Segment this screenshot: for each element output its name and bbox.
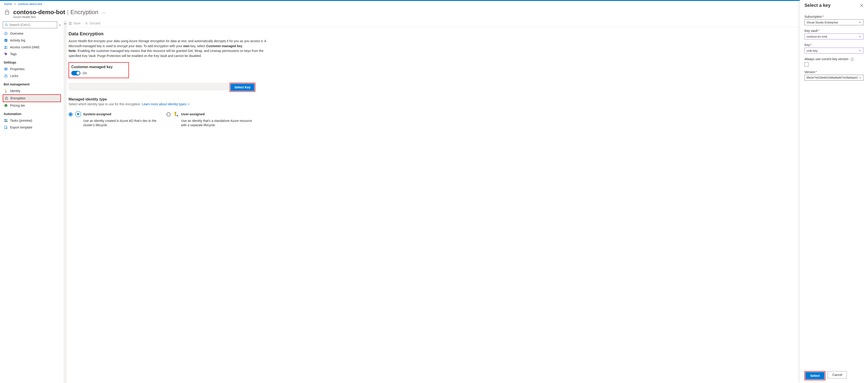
heart-icon (75, 111, 81, 117)
customer-managed-key-block: Customer-managed key On (68, 62, 129, 78)
sidebar-item-tags[interactable]: Tags (3, 51, 61, 57)
sidebar-item-activity-log[interactable]: Activity log (3, 37, 61, 44)
svg-point-8 (6, 46, 7, 47)
identity-option-system[interactable]: System-assigned Use an identity created … (68, 111, 157, 127)
svg-point-7 (5, 46, 6, 47)
keyvault-dropdown[interactable]: contoso-kv-cmk (804, 33, 863, 39)
collapse-sidebar-icon[interactable]: « (59, 23, 61, 27)
sidebar-item-label: Locks (10, 74, 19, 78)
always-current-checkbox[interactable] (804, 62, 809, 66)
key-uri-input[interactable] (68, 83, 228, 90)
svg-rect-22 (6, 119, 7, 120)
sidebar-item-label: Identity (10, 89, 20, 93)
option-title: System-assigned (83, 112, 111, 116)
info-icon[interactable]: i (851, 58, 854, 61)
discard-label: Discard (90, 22, 100, 25)
chevron-down-icon (859, 76, 861, 79)
identity-learn-more-link[interactable]: Learn more about identity types ↗ (142, 102, 189, 106)
main-content: Save Discard Data Encryption Azure Healt… (64, 20, 868, 383)
option-title: User-assigned (181, 112, 205, 116)
discard-button[interactable]: Discard (85, 22, 100, 25)
lock-icon (4, 8, 10, 16)
identity-option-user[interactable]: User-assigned Use an identity that's a s… (166, 111, 255, 127)
sidebar-item-access-control[interactable]: Access control (IAM) (3, 44, 61, 51)
sidebar-search[interactable] (3, 22, 57, 28)
resource-title: contoso-demo-bot (13, 9, 65, 16)
sidebar-item-label: Tags (10, 52, 17, 56)
sidebar-item-label: Properties (10, 67, 25, 71)
identity-heading: Managed identity type (68, 97, 271, 101)
svg-point-13 (5, 68, 6, 68)
breadcrumb-home[interactable]: Home (4, 2, 12, 6)
sidebar-item-label: Encryption (10, 96, 26, 100)
section-heading: Data Encryption (68, 31, 271, 36)
svg-line-1 (7, 25, 8, 26)
save-button[interactable]: Save (68, 22, 81, 25)
panel-title: Select a key (804, 3, 831, 8)
access-control-icon (4, 45, 8, 49)
breadcrumb-resource[interactable]: contoso-demo-bot (18, 2, 42, 6)
more-menu-icon[interactable]: ⋯ (101, 10, 106, 15)
sidebar-item-locks[interactable]: Locks (3, 72, 61, 79)
svg-text:$: $ (5, 105, 7, 107)
option-description: Use an identity that's a standalone Azur… (181, 119, 255, 127)
breadcrumb: Home > contoso-demo-bot (0, 1, 868, 7)
sidebar-group-automation: Automation (4, 112, 60, 116)
subscription-label: Subscription* (804, 15, 863, 19)
select-key-panel: Select a key Subscription* Visual Studio… (800, 0, 868, 383)
sidebar-group-settings: Settings (4, 61, 60, 64)
dropdown-value: Visual Studio Enterprise (806, 21, 838, 24)
sidebar-item-overview[interactable]: Overview (3, 30, 61, 37)
sidebar-item-label: Export template (10, 125, 32, 129)
key-icon (173, 111, 179, 117)
radio-system-assigned[interactable] (68, 112, 73, 116)
sidebar-item-label: Overview (10, 32, 23, 35)
sidebar-item-export-template[interactable]: Export template (3, 124, 61, 131)
dropdown-value: cmk-key (806, 49, 817, 52)
toggle-state-label: On (83, 71, 87, 75)
key-dropdown[interactable]: cmk-key (804, 48, 863, 54)
identity-icon (4, 89, 8, 93)
svg-point-16 (5, 90, 6, 90)
properties-icon (4, 67, 8, 71)
sidebar-item-tasks[interactable]: Tasks (preview) (3, 117, 61, 124)
svg-rect-24 (6, 121, 7, 122)
chevron-down-icon (859, 35, 861, 38)
encryption-icon (5, 96, 8, 100)
sidebar-item-label: Access control (IAM) (10, 45, 39, 49)
panel-select-button[interactable]: Select (805, 372, 825, 379)
svg-point-14 (6, 69, 7, 69)
sidebar-item-pricing[interactable]: $ Pricing tier (3, 102, 61, 109)
panel-cancel-button[interactable]: Cancel (828, 371, 847, 378)
chevron-down-icon (859, 21, 861, 24)
page-title: Encryption (70, 9, 98, 16)
sidebar-item-label: Activity log (10, 38, 25, 42)
radio-user-assigned[interactable] (166, 112, 170, 116)
dropdown-value: 6fb3e7e029e941068a6e807e39afdad3 (806, 76, 858, 79)
save-icon (68, 22, 72, 25)
search-icon (5, 23, 8, 26)
sidebar-item-identity[interactable]: Identity (3, 88, 61, 94)
search-input[interactable] (9, 23, 55, 27)
subscription-dropdown[interactable]: Visual Studio Enterprise (804, 19, 863, 25)
svg-rect-30 (175, 113, 176, 116)
discard-icon (85, 22, 88, 25)
external-link-icon: ↗ (187, 103, 189, 106)
svg-rect-23 (5, 121, 6, 122)
sidebar-item-properties[interactable]: Properties (3, 66, 61, 72)
export-template-icon (4, 125, 8, 129)
svg-point-2 (5, 32, 7, 35)
resource-type-label: Azure Health Bot (13, 15, 868, 20)
svg-rect-18 (5, 92, 7, 92)
key-label: Key* (804, 43, 863, 47)
title-separator: | (67, 9, 68, 16)
tags-icon (4, 52, 8, 56)
sidebar-item-encryption[interactable]: Encryption (3, 94, 61, 102)
select-key-button[interactable]: Select Key (230, 84, 254, 91)
cmk-toggle[interactable] (71, 71, 81, 76)
activity-log-icon (4, 38, 8, 42)
page-header: contoso-demo-bot | Encryption ⋯ (0, 7, 868, 16)
close-icon[interactable] (860, 4, 863, 7)
version-dropdown[interactable]: 6fb3e7e029e941068a6e807e39afdad3 (804, 75, 863, 81)
keyvault-label: Key vault* (804, 29, 863, 33)
